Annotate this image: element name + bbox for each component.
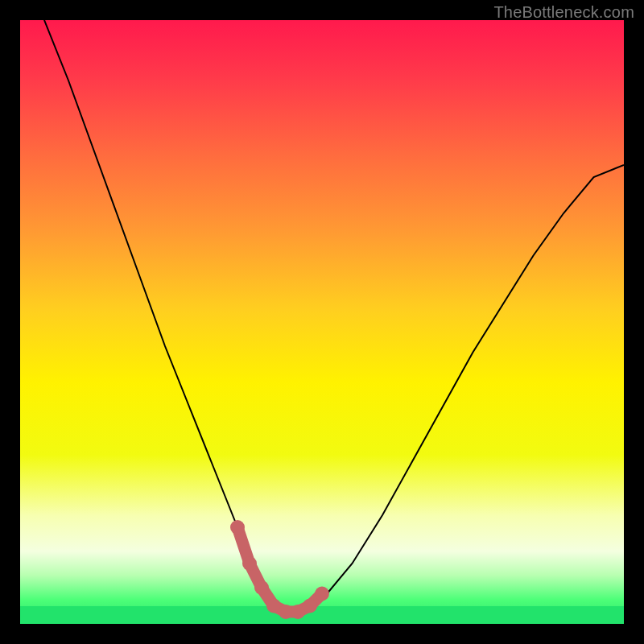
marker-dot bbox=[242, 556, 257, 571]
green-bottom-band bbox=[20, 606, 624, 624]
gradient-background bbox=[20, 20, 624, 624]
marker-dot bbox=[315, 587, 329, 601]
marker-dot bbox=[254, 580, 269, 595]
bottleneck-chart bbox=[20, 20, 624, 624]
marker-dot bbox=[230, 520, 245, 535]
chart-stage: TheBottleneck.com bbox=[0, 0, 644, 644]
marker-dot bbox=[303, 599, 317, 613]
watermark-text: TheBottleneck.com bbox=[493, 3, 634, 22]
